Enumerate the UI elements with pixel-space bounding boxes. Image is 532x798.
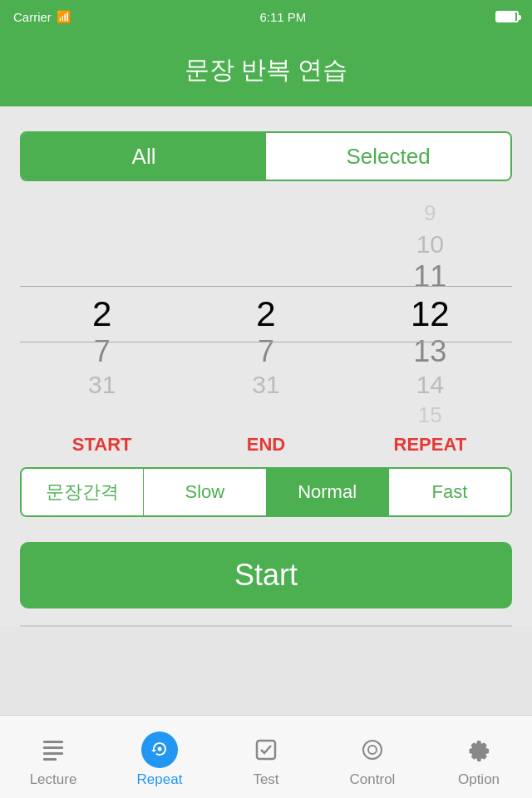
picker-item [184, 259, 347, 294]
picker-item: 11 [348, 259, 512, 294]
svg-rect-1 [43, 746, 63, 749]
tab-item-control[interactable]: Control [319, 727, 426, 788]
main-content: All Selected 2 7 31 2 [0, 106, 532, 627]
end-label: END [184, 434, 347, 456]
picker-item: 7 [20, 334, 184, 369]
start-label: START [20, 434, 184, 456]
picker-items-repeat: 9 10 11 12 13 14 15 [348, 198, 512, 431]
tab-item-option[interactable]: Option [426, 727, 532, 788]
time-label: 6:11 PM [259, 10, 306, 24]
picker-item: 9 [348, 198, 512, 229]
svg-rect-2 [43, 752, 63, 755]
speed-slow-button[interactable]: Slow [144, 469, 266, 515]
picker-item [20, 400, 184, 431]
svg-point-4 [158, 746, 162, 751]
lecture-icon [35, 732, 71, 768]
picker-item: 7 [184, 334, 347, 369]
tab-label-test: Test [253, 771, 278, 788]
nav-title: 문장 반복 연습 [185, 53, 348, 87]
picker-item [20, 198, 184, 229]
picker-item-selected: 2 [20, 294, 184, 334]
svg-point-6 [363, 741, 382, 759]
tab-label-control: Control [350, 771, 396, 788]
picker-item-selected: 12 [348, 294, 512, 334]
picker-col-repeat[interactable]: 9 10 11 12 13 14 15 [348, 198, 512, 431]
picker-item: 31 [184, 369, 347, 400]
repeat-label: REPEAT [348, 434, 512, 456]
speed-normal-button[interactable]: Normal [267, 469, 389, 515]
battery-icon [495, 11, 519, 22]
picker-item: 10 [348, 229, 512, 259]
tab-bar: Lecture Repeat Test Control [0, 715, 532, 798]
carrier-wifi: Carrier 📶 [13, 10, 71, 24]
picker-item: 31 [20, 369, 184, 400]
tab-label-repeat: Repeat [137, 771, 183, 788]
picker-col-start[interactable]: 2 7 31 [20, 198, 184, 431]
segment-selected-button[interactable]: Selected [266, 133, 510, 180]
picker-item: 13 [348, 334, 512, 369]
picker-container[interactable]: 2 7 31 2 7 31 9 10 [20, 198, 512, 431]
picker-item: 14 [348, 369, 512, 400]
tab-item-repeat[interactable]: Repeat [106, 727, 213, 788]
picker-labels: START END REPEAT [20, 434, 512, 456]
carrier-label: Carrier [13, 10, 52, 24]
speed-control[interactable]: 문장간격 Slow Normal Fast [20, 467, 512, 517]
tab-label-option: Option [458, 771, 500, 788]
svg-point-7 [368, 746, 377, 754]
speed-interval-button[interactable]: 문장간격 [22, 469, 144, 515]
status-bar: Carrier 📶 6:11 PM [0, 0, 532, 33]
tab-item-lecture[interactable]: Lecture [0, 727, 106, 788]
picker-item: 15 [348, 400, 512, 431]
segment-control[interactable]: All Selected [20, 131, 512, 181]
tab-item-test[interactable]: Test [213, 727, 319, 788]
picker-item [184, 229, 347, 259]
control-icon [354, 732, 391, 768]
picker-item [184, 198, 347, 229]
speed-fast-button[interactable]: Fast [389, 469, 510, 515]
wifi-icon: 📶 [57, 10, 71, 23]
picker-item-selected: 2 [184, 294, 347, 334]
start-button[interactable]: Start [20, 542, 512, 608]
picker-item [184, 400, 347, 431]
svg-rect-0 [43, 741, 63, 743]
picker-item [20, 229, 184, 259]
picker-col-end[interactable]: 2 7 31 [184, 198, 347, 431]
option-icon [461, 732, 497, 768]
separator [20, 625, 512, 627]
tab-label-lecture: Lecture [30, 771, 77, 788]
segment-all-button[interactable]: All [22, 133, 266, 180]
picker-items-start: 2 7 31 [20, 198, 184, 431]
svg-rect-3 [43, 758, 57, 761]
picker-item [20, 259, 184, 294]
repeat-icon [141, 732, 178, 768]
test-icon [248, 732, 284, 768]
picker-items-end: 2 7 31 [184, 198, 347, 431]
nav-bar: 문장 반복 연습 [0, 33, 532, 106]
